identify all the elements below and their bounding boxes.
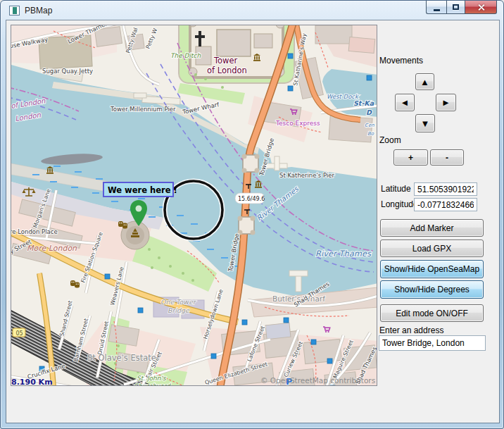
map-label-tower-of-london-2: of London (207, 66, 247, 75)
move-down-button[interactable]: ▼ (415, 114, 435, 132)
address-input[interactable] (379, 335, 486, 351)
track-distance-label: 8.190 Km (11, 378, 53, 386)
latitude-input[interactable] (414, 182, 477, 196)
map-label-the-ditch: The Ditch (170, 52, 201, 59)
osm-attribution: © OpenStreetMap contributors (260, 376, 375, 385)
map-label-one-tower-2: Bridge (168, 306, 190, 314)
map-label-st-johns-1: St. John's (137, 375, 167, 382)
map-svg: 05 use Walkway Sugar Quay Jetty Lower Th… (11, 25, 377, 386)
map-label-river-thames-2: River Thames (315, 249, 372, 259)
toggle-openseamap-button[interactable]: Show/Hide OpenSeaMap (380, 260, 484, 278)
map-label-tesco: Tesco Express (275, 120, 320, 127)
app-icon (9, 6, 20, 15)
close-button[interactable] (465, 1, 497, 14)
map-canvas[interactable]: 05 use Walkway Sugar Quay Jetty Lower Th… (11, 25, 377, 386)
road-ref-badge: 05 (13, 328, 25, 337)
map-label-millennium-pier: Tower Millennium Pier (110, 106, 176, 113)
map-label-more-london: More London (27, 244, 77, 253)
load-gpx-button[interactable]: Load GPX (380, 240, 484, 257)
zoom-label: Zoom (379, 135, 401, 145)
toggle-degrees-button[interactable]: Show/Hide Degrees (380, 280, 484, 299)
map-label-st-johns-2: Churchyard (134, 383, 171, 386)
map-label-more-london-place: re London Place (11, 228, 58, 235)
map-label-st-katherines-pier: St Katherine's Pier (279, 172, 334, 179)
longitude-label: Longitude (381, 199, 418, 209)
map-label-bo: Bo (367, 131, 374, 137)
map-label-sugar-quay: Sugar Quay Jetty (42, 68, 93, 75)
maximize-button[interactable] (446, 1, 465, 14)
map-label-cen: Cen (365, 123, 374, 128)
edit-mode-button[interactable]: Edit mode ON/OFF (380, 304, 484, 322)
movements-label: Movements (379, 56, 423, 66)
map-label-tower-of-london-1: Tower (213, 56, 238, 66)
move-right-button[interactable]: ► (436, 94, 456, 111)
maximize-icon (453, 4, 459, 10)
title-bar[interactable]: PBMap (1, 1, 503, 20)
window-title: PBMap (25, 6, 52, 15)
longitude-input[interactable] (414, 198, 477, 211)
map-label-st-ka: St-Ka (353, 99, 374, 107)
map-label-st-olaves: St Olave's Estate (87, 353, 156, 363)
close-icon (477, 4, 485, 11)
caption-buttons (426, 1, 497, 14)
move-left-button[interactable]: ◄ (395, 94, 415, 111)
address-label: Enter an address (379, 325, 443, 335)
zoom-in-button[interactable]: + (393, 149, 428, 166)
bridge-clearance-text: 15.6/49.6 (238, 196, 265, 202)
road-ref-text: 05 (16, 330, 23, 337)
latitude-label: Latitude (381, 184, 411, 194)
add-marker-button[interactable]: Add Marker (380, 219, 484, 237)
minimize-button[interactable] (426, 1, 446, 14)
zoom-out-button[interactable]: - (430, 149, 464, 166)
marker-tooltip[interactable]: We were here ! (103, 182, 177, 197)
marker-tooltip-text: We were here ! (108, 185, 177, 195)
pbmap-window: PBMap (0, 0, 504, 429)
minimize-icon (434, 9, 440, 11)
bridge-clearance-bubble: 15.6/49.6 (235, 193, 265, 204)
client-area: 05 use Walkway Sugar Quay Jetty Lower Th… (6, 20, 499, 423)
move-up-button[interactable]: ▲ (415, 73, 434, 90)
map-label-one-tower-1: One Tower (160, 298, 197, 306)
map-label-st-ka-d: D (366, 108, 372, 116)
